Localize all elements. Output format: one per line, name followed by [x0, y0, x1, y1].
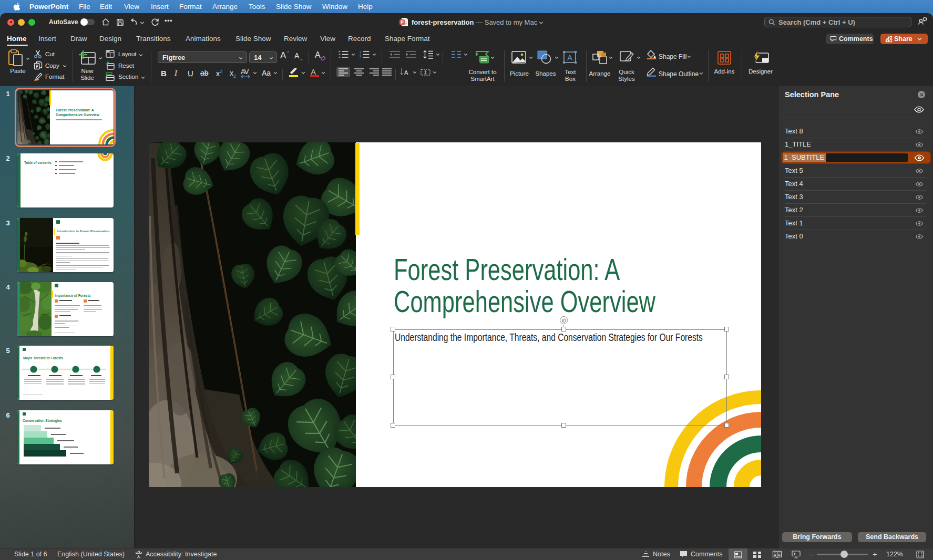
svg-text:A: A: [567, 53, 572, 62]
svg-text:3: 3: [360, 56, 361, 58]
svg-text:A: A: [404, 69, 408, 76]
svg-text:P: P: [401, 19, 404, 25]
